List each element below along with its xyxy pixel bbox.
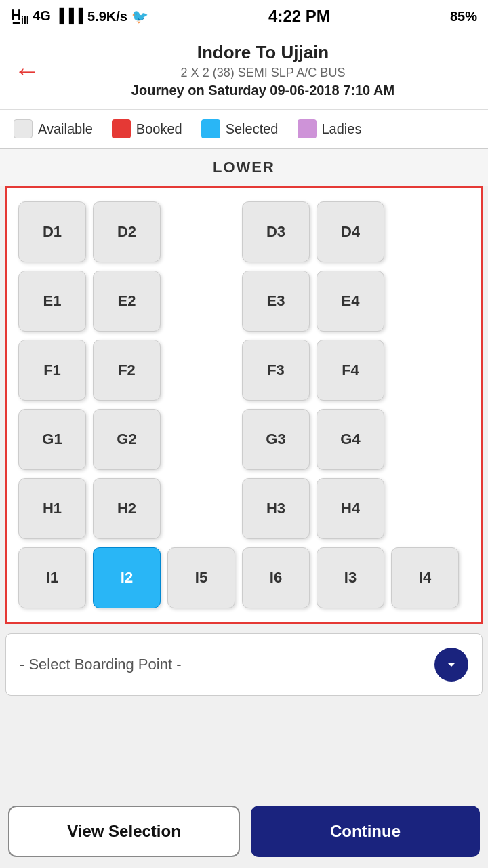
seat-F1[interactable]: F1 <box>18 340 86 401</box>
legend-available: Available <box>14 119 93 138</box>
ladies-label: Ladies <box>322 121 362 137</box>
boarding-chevron-icon[interactable] <box>434 648 468 682</box>
seat-H1[interactable]: H1 <box>18 478 86 539</box>
bus-type: 2 X 2 (38) SEMI SLP A/C BUS <box>52 66 474 80</box>
status-bar-time: 4:22 PM <box>268 7 330 26</box>
legend-booked: Booked <box>112 119 182 138</box>
seat-F3[interactable]: F3 <box>242 340 310 401</box>
seat-H3[interactable]: H3 <box>242 478 310 539</box>
bottom-action-bar: View Selection Continue <box>0 795 488 868</box>
seat-row-row-g: G1G2G3G4 <box>18 409 470 470</box>
seat-E2[interactable]: E2 <box>93 271 161 332</box>
signal-icon: H̲ill 4G ▐▐▐ <box>11 7 83 26</box>
legend-selected: Selected <box>201 119 279 138</box>
seat-G4[interactable]: G4 <box>317 409 384 470</box>
seat-I2[interactable]: I2 <box>93 547 161 608</box>
booked-label: Booked <box>136 121 182 137</box>
ladies-color-box <box>298 119 317 138</box>
seat-D2[interactable]: D2 <box>93 201 161 262</box>
legend: Available Booked Selected Ladies <box>0 110 488 149</box>
seat-row-row-d: D1D2D3D4 <box>18 201 470 262</box>
seat-G1[interactable]: G1 <box>18 409 86 470</box>
route-title: Indore To Ujjain <box>52 42 474 63</box>
header: ← Indore To Ujjain 2 X 2 (38) SEMI SLP A… <box>0 33 488 110</box>
seat-I3[interactable]: I3 <box>317 547 384 608</box>
seat-G2[interactable]: G2 <box>93 409 161 470</box>
booked-color-box <box>112 119 131 138</box>
seat-F4[interactable]: F4 <box>317 340 384 401</box>
seat-H4[interactable]: H4 <box>317 478 384 539</box>
seat-F2[interactable]: F2 <box>93 340 161 401</box>
seat-E3[interactable]: E3 <box>242 271 310 332</box>
status-bar-left: H̲ill 4G ▐▐▐ 5.9K/s 🐦 <box>11 7 148 26</box>
seat-I5[interactable]: I5 <box>167 547 235 608</box>
boarding-point-label: - Select Boarding Point - <box>20 656 181 673</box>
seat-E1[interactable]: E1 <box>18 271 86 332</box>
status-bar-right: 85% <box>450 9 477 24</box>
seat-G3[interactable]: G3 <box>242 409 310 470</box>
journey-date: Journey on Saturday 09-06-2018 7:10 AM <box>52 83 474 98</box>
seat-I4[interactable]: I4 <box>391 547 459 608</box>
seat-aisle <box>167 478 235 539</box>
facebook-icon: 🐦 <box>131 8 148 24</box>
seat-D1[interactable]: D1 <box>18 201 86 262</box>
speed-indicator: 5.9K/s <box>87 9 127 24</box>
seat-row-row-i: I1I2I5I6I3I4 <box>18 547 470 608</box>
seat-H2[interactable]: H2 <box>93 478 161 539</box>
seat-row-row-f: F1F2F3F4 <box>18 340 470 401</box>
seat-row-row-h: H1H2H3H4 <box>18 478 470 539</box>
bus-layout: D1D2D3D4E1E2E3E4F1F2F3F4G1G2G3G4H1H2H3H4… <box>5 186 483 624</box>
battery-icon: 85% <box>450 9 477 24</box>
selected-color-box <box>201 119 220 138</box>
section-label: LOWER <box>0 149 488 186</box>
continue-button[interactable]: Continue <box>251 806 480 857</box>
back-button[interactable]: ← <box>14 57 41 84</box>
boarding-point-selector[interactable]: - Select Boarding Point - <box>5 633 483 696</box>
seat-row-row-e: E1E2E3E4 <box>18 271 470 332</box>
seat-I1[interactable]: I1 <box>18 547 86 608</box>
status-bar: H̲ill 4G ▐▐▐ 5.9K/s 🐦 4:22 PM 85% <box>0 0 488 33</box>
seat-D3[interactable]: D3 <box>242 201 310 262</box>
legend-ladies: Ladies <box>298 119 362 138</box>
seat-grid: D1D2D3D4E1E2E3E4F1F2F3F4G1G2G3G4H1H2H3H4… <box>18 201 470 608</box>
seat-D4[interactable]: D4 <box>317 201 384 262</box>
seat-aisle <box>167 201 235 262</box>
selected-label: Selected <box>226 121 279 137</box>
seat-aisle <box>167 409 235 470</box>
seat-aisle <box>167 271 235 332</box>
available-color-box <box>14 119 33 138</box>
available-label: Available <box>38 121 93 137</box>
seat-aisle <box>167 340 235 401</box>
view-selection-button[interactable]: View Selection <box>8 806 240 857</box>
seat-I6[interactable]: I6 <box>242 547 310 608</box>
header-info: Indore To Ujjain 2 X 2 (38) SEMI SLP A/C… <box>52 42 474 98</box>
seat-E4[interactable]: E4 <box>317 271 384 332</box>
